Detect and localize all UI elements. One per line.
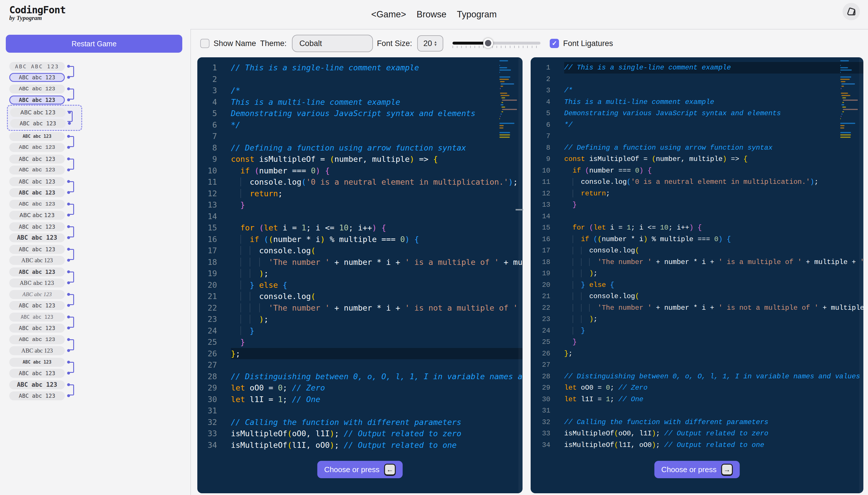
font-pill[interactable]: ABC abc 123: [9, 155, 65, 164]
nav-game[interactable]: <Game>: [371, 9, 406, 20]
font-pill[interactable]: ABC abc 123: [9, 358, 65, 367]
code-line: 10 if (number === 0) {: [197, 165, 522, 176]
bracket-row: ABC abc 123: [9, 199, 190, 209]
font-pill[interactable]: ABC abc 123: [9, 188, 65, 197]
code-line: 34isMultipleOf(l1I, oO0); // Output rela…: [197, 440, 522, 451]
code-line: 24 }: [531, 325, 863, 337]
font-pill[interactable]: ABC abc 123: [9, 245, 65, 254]
line-number: 25: [197, 336, 217, 348]
slider-track[interactable]: [453, 42, 541, 45]
font-pill[interactable]: ABC abc 123: [9, 256, 65, 265]
minimap-line: [500, 88, 500, 89]
line-text: console.log(: [564, 245, 863, 256]
bracket-connector: [69, 181, 74, 192]
nav-typogram[interactable]: Typogram: [457, 9, 497, 20]
line-number: 23: [531, 313, 550, 325]
font-ligatures-checkbox[interactable]: ✓: [550, 39, 559, 48]
bracket-row: ABC abc 123: [9, 277, 190, 288]
line-text: } else {: [231, 279, 522, 291]
font-pill[interactable]: ABC abc 123: [10, 119, 66, 128]
minimap-line: [841, 88, 842, 89]
font-pill[interactable]: ABC abc 123: [9, 369, 65, 378]
font-pill[interactable]: ABC abc 123: [9, 324, 65, 332]
stepper-icons[interactable]: ▲ ▼: [434, 40, 437, 46]
bracket-row: ABC abc 123: [9, 232, 190, 243]
code-line: 26};: [531, 348, 863, 360]
minimap-line: [499, 123, 514, 124]
font-pill[interactable]: ABC abc 123: [9, 233, 65, 242]
minimap-right[interactable]: [840, 60, 857, 138]
font-pill[interactable]: ABC abc 123: [9, 85, 65, 93]
code-panel-right[interactable]: 1// This is a single-line comment exampl…: [531, 57, 863, 493]
code-line: 30let l1I = 1; // One: [197, 394, 522, 405]
scrollbar-left[interactable]: [518, 57, 522, 493]
bracket-row: ABC abc 123: [9, 255, 190, 266]
bracket-list: ABC ABC 123ABC abc 123ABC abc 123ABC abc…: [9, 61, 190, 401]
theme-select[interactable]: Cobalt: [292, 35, 373, 52]
minimap-line: [499, 65, 500, 66]
line-number: 1: [197, 62, 217, 73]
font-pill[interactable]: ABC abc 123: [9, 313, 65, 322]
line-number: 33: [197, 428, 217, 440]
font-pill[interactable]: ABC abc 123: [9, 301, 65, 310]
font-pill[interactable]: ABC abc 123: [9, 166, 65, 174]
line-text: for (let i = 1; i <= 10; i++) {: [564, 222, 863, 234]
font-pill[interactable]: ABC abc 123: [9, 96, 65, 104]
line-number: 9: [197, 153, 217, 165]
line-text: This is a multi-line comment example: [564, 97, 863, 108]
font-pill[interactable]: ABC abc 123: [9, 335, 65, 344]
line-number: 5: [531, 108, 550, 119]
minimap-left[interactable]: [499, 60, 517, 138]
line-number: 7: [197, 131, 217, 142]
minimap-line: [840, 130, 857, 131]
code-panel-left[interactable]: 1// This is a single-line comment exampl…: [197, 57, 522, 493]
font-pill[interactable]: ABC abc 123: [9, 346, 65, 355]
bracket-pair: ABC abc 123ABC abc 123: [9, 334, 190, 356]
bracket-dot: [68, 122, 71, 125]
font-pill[interactable]: ABC abc 123: [9, 211, 65, 220]
minimap-line: [501, 106, 506, 108]
font-pill[interactable]: ABC abc 123: [9, 143, 65, 152]
minimap-line: [843, 100, 858, 101]
slider-thumb[interactable]: [483, 38, 493, 48]
font-pill[interactable]: ABC abc 123: [9, 268, 65, 276]
font-pill[interactable]: ABC ABC 123: [9, 62, 65, 71]
sidebar: Restart Game ABC ABC 123ABC abc 123ABC a…: [0, 29, 191, 495]
font-pill[interactable]: ABC abc 123: [10, 108, 66, 117]
font-pill[interactable]: ABC abc 123: [9, 73, 65, 82]
bracket-row: ABC abc 123: [9, 176, 190, 187]
color-swatches-button[interactable]: [843, 3, 860, 20]
code-line: 4This is a multi-line comment example: [531, 97, 863, 108]
font-pill[interactable]: ABC abc 123: [9, 132, 65, 141]
line-number: 16: [197, 234, 217, 245]
restart-game-button[interactable]: Restart Game: [6, 35, 182, 53]
font-pill[interactable]: ABC abc 123: [9, 278, 65, 288]
code-line: 19 );: [197, 268, 522, 279]
logo[interactable]: CodingFont by Typogram: [9, 4, 66, 22]
bracket-pair: ABC abc 123ABC abc 123: [7, 105, 82, 131]
minimap-line: [500, 114, 502, 115]
choose-left-button[interactable]: Choose or press ←: [317, 461, 403, 478]
show-name-checkbox[interactable]: [200, 39, 210, 48]
scrollbar-right[interactable]: [859, 57, 863, 493]
line-text: if ((number * i) % multiple === 0) {: [231, 234, 522, 245]
font-pill[interactable]: ABC abc 123: [9, 222, 65, 231]
font-pill[interactable]: ABC abc 123: [9, 380, 65, 389]
code-line: 13 }: [531, 199, 863, 211]
minimap-line: [501, 102, 503, 103]
font-size-slider[interactable]: [453, 38, 541, 49]
font-pill[interactable]: ABC abc 123: [9, 290, 65, 299]
bracket-connector: [69, 362, 74, 373]
font-size-input[interactable]: 20 ▲ ▼: [417, 35, 443, 52]
nav-browse[interactable]: Browse: [417, 9, 446, 20]
font-pill[interactable]: ABC abc 123: [9, 391, 65, 400]
bracket-connector: [69, 317, 74, 328]
minimap-line: [500, 92, 507, 94]
chevron-down-icon[interactable]: ▼: [434, 44, 437, 46]
line-text: let l1I = 1; // One: [564, 394, 863, 405]
choose-right-button[interactable]: Choose or press →: [654, 461, 740, 478]
panel-divider-handle[interactable]: [516, 209, 523, 210]
font-pill[interactable]: ABC abc 123: [9, 177, 65, 186]
minimap-line: [499, 76, 510, 78]
font-pill[interactable]: ABC abc 123: [9, 200, 65, 209]
